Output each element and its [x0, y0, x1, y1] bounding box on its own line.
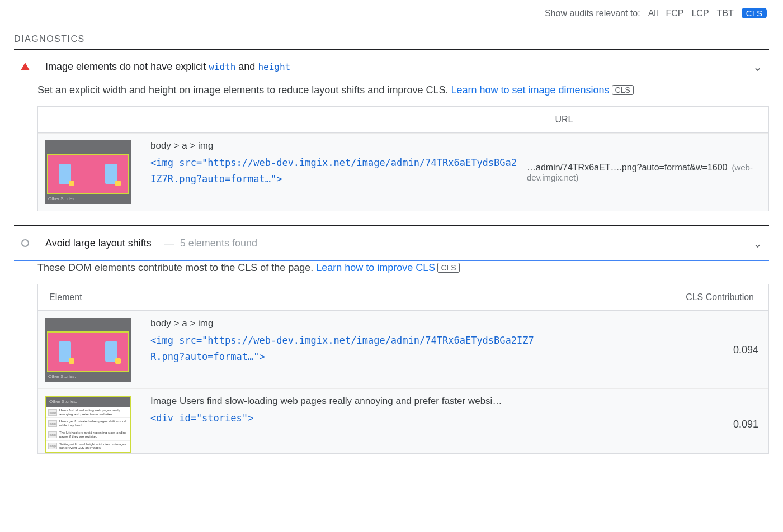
audit-toggle[interactable]: Image elements do not have explicit widt… [14, 50, 769, 83]
fail-icon [18, 63, 32, 70]
element-source: <div id="stories"> [150, 410, 542, 426]
filter-label: Show audits relevant to: [545, 8, 640, 18]
cls-value: 0.091 [672, 419, 762, 430]
element-thumbnail: Other Stories: ImageUsers find slow-load… [45, 396, 143, 453]
table-header: Element CLS Contribution [38, 284, 768, 311]
url-text: …admin/74TRx6aET….png?auto=format&w=1600 [527, 163, 727, 172]
thumb-line: Setting width and height attributes on i… [59, 443, 128, 450]
dom-selector: Image Users find slow-loading web pages … [150, 396, 664, 407]
audit-layout-shifts: Avoid large layout shifts — 5 elements f… [14, 226, 769, 467]
thumb-caption: Other Stories: [45, 372, 131, 382]
description-text: These DOM elements contribute most to th… [37, 262, 316, 273]
audit-filter-bar: Show audits relevant to: All FCP LCP TBT… [14, 6, 769, 22]
thumb-img-placeholder: Image [48, 443, 57, 449]
element-details: body > a > img <img src="https://web-dev… [143, 140, 527, 187]
element-source: <img src="https://web-dev.imgix.net/imag… [150, 155, 519, 187]
col-cls-header: CLS Contribution [668, 292, 757, 302]
thumb-caption: Other Stories: [46, 397, 130, 407]
audit-description: These DOM elements contribute most to th… [37, 262, 769, 274]
table-row: Other Stories: body > a > img <img src="… [38, 311, 768, 388]
filter-tbt[interactable]: TBT [717, 8, 734, 18]
chevron-up-icon: ⌃ [753, 236, 762, 250]
title-text: Avoid large layout shifts [45, 238, 152, 249]
thumb-caption: Other Stories: [45, 194, 131, 204]
url-table: URL Other Stories: body > a > i [37, 106, 769, 211]
audit-body: Set an explicit width and height on imag… [14, 84, 769, 225]
code-width: width [209, 61, 235, 72]
thumb-img-placeholder: Image [48, 420, 57, 427]
title-text: Image elements do not have explicit [45, 61, 209, 72]
thumb-img-placeholder: Image [48, 431, 57, 438]
cls-badge: CLS [612, 85, 634, 95]
dom-selector: body > a > img [150, 140, 519, 151]
audit-image-dimensions: Image elements do not have explicit widt… [14, 50, 769, 225]
col-url-header: URL [365, 115, 758, 125]
learn-link[interactable]: Learn how to set image dimensions [451, 84, 609, 96]
audit-title: Avoid large layout shifts — 5 elements f… [45, 238, 753, 249]
element-source: <img src="https://web-dev.imgix.net/imag… [150, 332, 542, 365]
thumb-line: Users find slow-loading web pages really… [59, 408, 128, 416]
neutral-icon [18, 239, 32, 247]
thumb-img-placeholder: Image [48, 409, 57, 416]
table-row: Other Stories: ImageUsers find slow-load… [38, 388, 768, 453]
element-thumbnail: Other Stories: [45, 318, 143, 382]
url-cell: …admin/74TRx6aET….png?auto=format&w=1600… [527, 163, 762, 182]
thumb-line: The Lifehackers avoid repeating slow-loa… [59, 431, 128, 438]
thumb-line: Users get frustrated when pages shift ar… [59, 420, 128, 427]
filter-lcp[interactable]: LCP [691, 8, 709, 18]
table-header: URL [38, 107, 768, 133]
audit-description: Set an explicit width and height on imag… [37, 84, 769, 96]
filter-all[interactable]: All [648, 8, 658, 18]
description-text: Set an explicit width and height on imag… [37, 84, 451, 96]
learn-link[interactable]: Learn how to improve CLS [316, 262, 435, 273]
chevron-up-icon: ⌃ [753, 60, 762, 73]
element-details: body > a > img <img src="https://web-dev… [143, 318, 672, 365]
dom-selector: body > a > img [150, 318, 664, 329]
title-dash: — 5 elements found [159, 238, 257, 249]
filter-fcp[interactable]: FCP [666, 8, 683, 18]
table-row: Other Stories: body > a > img <img src="… [38, 133, 768, 211]
audit-body: These DOM elements contribute most to th… [14, 262, 769, 467]
filter-cls-active[interactable]: CLS [742, 8, 767, 18]
element-count: 5 elements found [180, 238, 257, 249]
audit-title: Image elements do not have explicit widt… [45, 61, 753, 73]
cls-badge: CLS [437, 263, 459, 273]
cls-value: 0.094 [672, 344, 762, 356]
col-element-header: Element [49, 292, 668, 302]
element-thumbnail: Other Stories: [45, 140, 143, 204]
audit-toggle[interactable]: Avoid large layout shifts — 5 elements f… [14, 226, 769, 261]
title-mid: and [235, 61, 258, 72]
element-details: Image Users find slow-loading web pages … [143, 396, 672, 426]
cls-table: Element CLS Contribution Other Stories: [37, 284, 769, 454]
code-height: height [258, 61, 290, 72]
diagnostics-heading: DIAGNOSTICS [14, 34, 769, 44]
